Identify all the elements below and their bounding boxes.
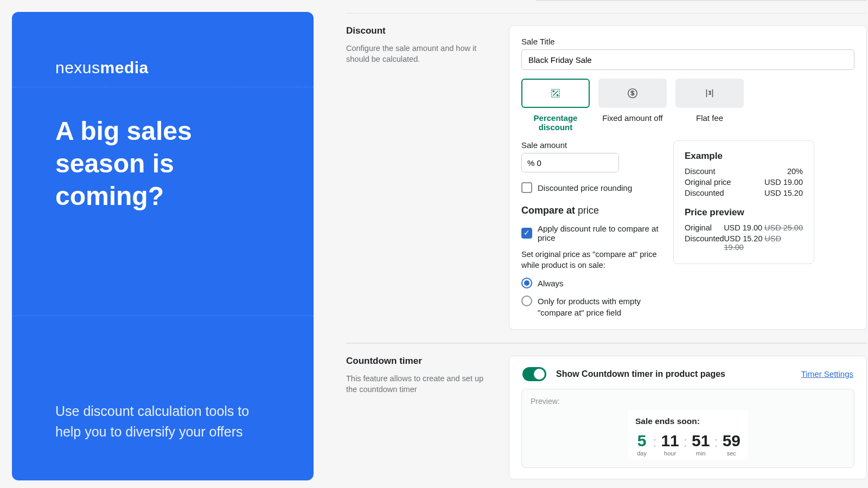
timer-seg-sec: 59sec: [723, 432, 741, 457]
section-help: This feature allows to create and set up…: [346, 373, 487, 395]
tile-percentage[interactable]: Percentage discount: [521, 79, 590, 132]
price-tag-icon: $: [704, 87, 716, 99]
apply-rule-label: Apply discount rule to compare at price: [538, 224, 662, 242]
tile-label: Fixed amount off: [598, 113, 667, 123]
sale-title-input[interactable]: [521, 49, 854, 70]
countdown-toggle[interactable]: [522, 367, 546, 381]
radio-always-label: Always: [538, 278, 564, 289]
logo-bold: media: [100, 59, 149, 76]
section-title: Discount: [346, 25, 487, 36]
radio-only-empty-label: Only for products with empty "compare at…: [538, 296, 662, 318]
percentage-icon: [550, 87, 561, 99]
svg-point-2: [553, 91, 554, 92]
svg-text:$: $: [709, 91, 711, 95]
compare-helper: Set original price as "compare at" price…: [521, 249, 662, 271]
example-panel: Example Discount20% Original priceUSD 19…: [673, 140, 814, 264]
tile-fixed[interactable]: Fixed amount off: [598, 79, 667, 132]
section-title: Countdown timer: [346, 356, 487, 367]
sale-title-label: Sale Title: [521, 37, 854, 46]
timer-settings-link[interactable]: Timer Settings: [801, 369, 853, 378]
promo-subhead: Use discount calculation tools to help y…: [55, 401, 276, 443]
product-row[interactable]: Jeans collection #2 Delete: [537, 1, 866, 1]
discount-section: Discount Configure the sale amount and h…: [346, 13, 867, 343]
discount-card: Sale Title Percentage discount Fixed amo…: [509, 25, 867, 330]
brand-logo: nexusmedia: [55, 59, 276, 77]
timer-seg-day: 5day: [635, 432, 648, 457]
promo-card: nexusmedia A big sales season is coming?…: [12, 12, 314, 480]
main-content: Jeans collection #2 Delete Shorts collec…: [346, 0, 867, 488]
rounding-checkbox[interactable]: [521, 182, 532, 193]
rounding-label: Discounted price rounding: [538, 183, 632, 192]
tile-label: Flat fee: [675, 113, 744, 123]
compare-at-header: Compare at price: [521, 205, 662, 216]
radio-only-empty[interactable]: [521, 296, 532, 306]
dollar-circle-icon: [627, 87, 639, 99]
timer-title: Sale ends soon:: [635, 416, 741, 426]
product-list-card: Jeans collection #2 Delete Shorts collec…: [536, 0, 867, 1]
apply-rule-checkbox[interactable]: [521, 228, 532, 239]
tile-flat[interactable]: $ Flat fee: [675, 79, 744, 132]
logo-light: nexus: [55, 59, 100, 76]
sale-amount-label: Sale amount: [521, 140, 662, 150]
promo-headline: A big sales season is coming?: [55, 115, 276, 213]
tile-label: Percentage discount: [521, 113, 590, 132]
sale-amount-stepper[interactable]: ▲ ▼: [521, 153, 619, 172]
countdown-section: Countdown timer This feature allows to c…: [346, 343, 867, 488]
timer-seg-hour: 11hour: [661, 432, 679, 457]
preview-label: Preview:: [531, 397, 845, 406]
timer-seg-min: 51min: [692, 432, 710, 457]
timer-card: Sale ends soon: 5day : 11hour : 51min :: [628, 410, 748, 460]
countdown-card: Show Countdown timer in product pages Ti…: [509, 356, 867, 479]
svg-point-3: [557, 94, 558, 95]
example-title: Example: [685, 151, 803, 162]
sale-amount-input[interactable]: [522, 153, 619, 172]
countdown-toggle-label: Show Countdown timer in product pages: [556, 369, 792, 379]
discount-type-tiles: Percentage discount Fixed amount off $ F…: [521, 79, 854, 132]
section-help: Configure the sale amount and how it sho…: [346, 43, 487, 65]
radio-always[interactable]: [521, 278, 532, 288]
timer-preview: Preview: Sale ends soon: 5day : 11hour :…: [521, 389, 854, 468]
price-preview-title: Price preview: [685, 207, 803, 218]
